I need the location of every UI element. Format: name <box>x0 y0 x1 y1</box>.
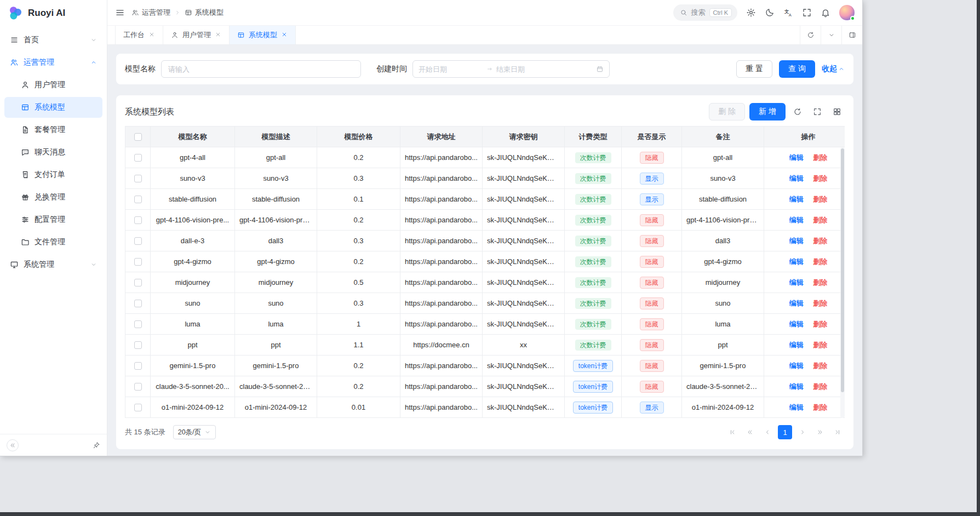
dark-mode-button[interactable] <box>765 8 775 18</box>
sidebar-item-config-management[interactable]: 配置管理 <box>4 209 102 230</box>
sidebar-item-system-model[interactable]: 系统模型 <box>4 97 102 118</box>
delete-link[interactable]: 删除 <box>813 195 827 203</box>
tab-user-management[interactable]: 用户管理 <box>163 26 230 44</box>
visibility-badge[interactable]: 隐藏 <box>640 152 664 164</box>
edit-link[interactable]: 编辑 <box>789 237 804 245</box>
row-checkbox[interactable] <box>134 362 142 370</box>
visibility-badge[interactable]: 隐藏 <box>640 277 664 289</box>
calendar-icon[interactable] <box>596 65 604 73</box>
visibility-badge[interactable]: 显示 <box>640 402 664 414</box>
delete-link[interactable]: 删除 <box>813 278 827 286</box>
visibility-badge[interactable]: 显示 <box>640 193 664 205</box>
delete-link[interactable]: 删除 <box>813 257 827 266</box>
row-checkbox[interactable] <box>134 175 142 182</box>
edit-link[interactable]: 编辑 <box>789 174 804 182</box>
date-range-picker[interactable] <box>412 60 610 78</box>
delete-link[interactable]: 删除 <box>813 153 827 162</box>
logo[interactable]: Ruoyi AI <box>0 0 107 26</box>
settings-button[interactable] <box>746 8 756 18</box>
prev-pages-button[interactable] <box>743 425 757 439</box>
row-checkbox[interactable] <box>134 216 142 224</box>
edit-link[interactable]: 编辑 <box>789 278 804 286</box>
collapse-filter-button[interactable]: 收起 <box>822 64 845 74</box>
end-date-input[interactable] <box>496 65 561 73</box>
edit-link[interactable]: 编辑 <box>789 403 804 411</box>
page-1-button[interactable]: 1 <box>778 425 792 439</box>
edit-link[interactable]: 编辑 <box>789 195 804 203</box>
close-tab-button[interactable] <box>281 31 288 39</box>
visibility-badge[interactable]: 隐藏 <box>640 381 664 393</box>
sidebar-item-operations[interactable]: 运营管理 <box>4 52 102 73</box>
visibility-badge[interactable]: 隐藏 <box>640 339 664 351</box>
breadcrumb-item-system-model[interactable]: 系统模型 <box>185 8 223 18</box>
notifications-button[interactable] <box>821 8 830 18</box>
sidebar-item-payment-orders[interactable]: 支付订单 <box>4 164 102 185</box>
scrollbar-thumb[interactable] <box>841 148 844 392</box>
start-date-input[interactable] <box>419 65 483 73</box>
fullscreen-button[interactable] <box>802 8 812 18</box>
refresh-tab-button[interactable] <box>800 26 821 44</box>
delete-link[interactable]: 删除 <box>813 382 827 391</box>
edit-link[interactable]: 编辑 <box>789 341 804 349</box>
sidebar-item-chat-messages[interactable]: 聊天消息 <box>4 142 102 163</box>
close-tab-button[interactable] <box>148 31 155 39</box>
collapse-menu-button[interactable] <box>115 8 125 18</box>
add-button[interactable]: 新 增 <box>749 103 786 121</box>
sidebar-item-exchange-management[interactable]: 兑换管理 <box>4 187 102 208</box>
delete-link[interactable]: 删除 <box>813 237 827 245</box>
query-button[interactable]: 查 询 <box>779 60 815 78</box>
sidebar-item-user-management[interactable]: 用户管理 <box>4 74 102 95</box>
row-checkbox[interactable] <box>134 154 142 162</box>
delete-link[interactable]: 删除 <box>813 320 827 328</box>
column-settings-button[interactable] <box>829 104 845 119</box>
page-size-select[interactable]: 20条/页 <box>173 425 216 439</box>
breadcrumb-item-operations[interactable]: 运营管理 <box>131 8 170 18</box>
delete-link[interactable]: 删除 <box>813 216 827 224</box>
sidebar-item-file-management[interactable]: 文件管理 <box>4 232 102 253</box>
row-checkbox[interactable] <box>134 404 142 411</box>
table-fullscreen-button[interactable] <box>810 104 825 119</box>
sidebar-item-system-management[interactable]: 系统管理 <box>4 254 102 275</box>
delete-link[interactable]: 删除 <box>813 403 827 411</box>
tab-actions-dropdown[interactable] <box>821 26 841 44</box>
row-checkbox[interactable] <box>134 341 142 349</box>
delete-link[interactable]: 删除 <box>813 362 827 370</box>
delete-link[interactable]: 删除 <box>813 174 827 182</box>
delete-link[interactable]: 删除 <box>813 299 827 307</box>
delete-link[interactable]: 删除 <box>813 341 827 349</box>
collapse-sidebar-button[interactable] <box>7 439 19 451</box>
row-checkbox[interactable] <box>134 237 142 245</box>
next-pages-button[interactable] <box>813 425 827 439</box>
close-tab-button[interactable] <box>215 31 221 39</box>
row-checkbox[interactable] <box>134 300 142 307</box>
reset-button[interactable]: 重 置 <box>736 60 772 78</box>
pin-sidebar-button[interactable] <box>93 442 100 449</box>
edit-link[interactable]: 编辑 <box>789 299 804 307</box>
edit-link[interactable]: 编辑 <box>789 257 804 266</box>
edit-link[interactable]: 编辑 <box>789 362 804 370</box>
avatar[interactable] <box>839 5 855 20</box>
model-name-input[interactable] <box>161 60 361 78</box>
visibility-badge[interactable]: 隐藏 <box>640 235 664 247</box>
prev-page-button[interactable] <box>760 425 775 439</box>
visibility-badge[interactable]: 隐藏 <box>640 297 664 309</box>
batch-delete-button[interactable]: 删 除 <box>709 103 745 121</box>
global-search[interactable]: 搜索 Ctrl K <box>673 4 738 21</box>
visibility-badge[interactable]: 隐藏 <box>640 360 664 372</box>
row-checkbox[interactable] <box>134 320 142 328</box>
refresh-table-button[interactable] <box>790 104 805 119</box>
next-page-button[interactable] <box>795 425 810 439</box>
tab-workbench[interactable]: 工作台 <box>115 26 163 44</box>
edit-link[interactable]: 编辑 <box>789 216 804 224</box>
row-checkbox[interactable] <box>134 279 142 286</box>
visibility-badge[interactable]: 隐藏 <box>640 318 664 330</box>
edit-link[interactable]: 编辑 <box>789 382 804 391</box>
edit-link[interactable]: 编辑 <box>789 320 804 328</box>
row-checkbox[interactable] <box>134 383 142 391</box>
edit-link[interactable]: 编辑 <box>789 153 804 162</box>
select-all-checkbox[interactable] <box>134 133 142 141</box>
visibility-badge[interactable]: 隐藏 <box>640 214 664 226</box>
language-button[interactable]: 文A <box>783 8 793 18</box>
table-scrollbar[interactable] <box>840 147 845 418</box>
sidebar-item-package-management[interactable]: 套餐管理 <box>4 119 102 140</box>
